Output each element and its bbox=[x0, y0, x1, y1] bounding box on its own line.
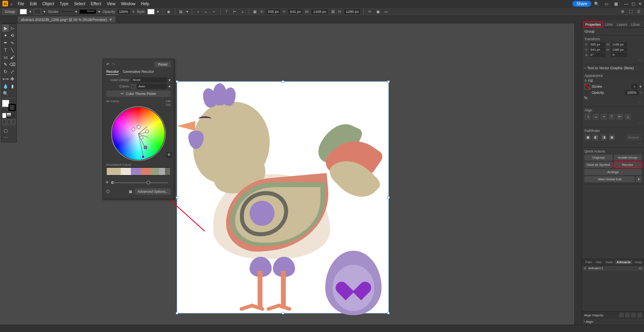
prop-x-input[interactable]: 505 px bbox=[589, 42, 605, 47]
pen-tool[interactable]: ✒ bbox=[2, 39, 9, 46]
curvature-tool[interactable]: ∿ bbox=[9, 39, 16, 46]
qa-arrange-button[interactable]: Arrange bbox=[584, 169, 642, 175]
selection-tool[interactable]: ▶ bbox=[2, 25, 9, 32]
close-icon[interactable]: ✕ bbox=[638, 2, 642, 6]
prominent-swatch[interactable] bbox=[165, 168, 170, 175]
halign-right-icon[interactable]: ⫟ bbox=[211, 9, 217, 14]
pathfinder-more-icon[interactable]: ⋯ bbox=[584, 142, 642, 146]
workspace-icon[interactable]: ▦ bbox=[613, 0, 619, 7]
document-tab[interactable]: abstract-2023235_1280.png* @ 50 % (RGB/P… bbox=[18, 16, 116, 23]
align-more-icon[interactable]: ⋯ bbox=[584, 121, 642, 125]
collapsed-panel-strip[interactable] bbox=[574, 21, 582, 325]
align-section-expand[interactable]: › bbox=[584, 320, 585, 324]
x-input[interactable]: 505 px bbox=[266, 9, 280, 14]
zoom-tool[interactable]: 🔍 bbox=[2, 90, 9, 97]
paintbrush-tool[interactable]: 🖌 bbox=[9, 54, 16, 61]
menu-file[interactable]: File bbox=[15, 1, 27, 7]
align-top-icon[interactable]: ⊤ bbox=[609, 113, 615, 120]
color-handle-active[interactable] bbox=[141, 155, 145, 159]
tab-grap[interactable]: Grap bbox=[633, 260, 644, 264]
prop-y-input[interactable]: 641 px bbox=[589, 47, 605, 52]
prominent-swatch[interactable] bbox=[107, 168, 121, 175]
color-handle[interactable] bbox=[137, 125, 140, 129]
ab-new-icon[interactable] bbox=[631, 313, 636, 318]
stroke-swatch-prop[interactable] bbox=[584, 84, 590, 89]
menu-view[interactable]: View bbox=[104, 1, 118, 7]
valign-middle-icon[interactable]: ⊢ bbox=[232, 9, 237, 14]
appearance-unknown-icon[interactable]: ? bbox=[584, 79, 586, 83]
info-icon[interactable]: ⓘ bbox=[106, 189, 110, 194]
eraser-tool[interactable]: ⌫ bbox=[9, 61, 16, 68]
halign-center-icon[interactable]: ⫠ bbox=[203, 9, 209, 14]
menu-type[interactable]: Type bbox=[57, 1, 71, 7]
redo-icon[interactable]: ↷ bbox=[112, 62, 115, 66]
fill-stroke-control[interactable] bbox=[2, 100, 16, 111]
qa-recolor-button[interactable]: Recolor bbox=[614, 162, 642, 168]
prominent-swatch[interactable] bbox=[141, 168, 151, 175]
pf-intersect-icon[interactable]: ◨ bbox=[601, 134, 607, 140]
isolate-icon[interactable]: ▣ bbox=[375, 9, 381, 14]
menu-object[interactable]: Object bbox=[40, 1, 56, 7]
color-library-select[interactable]: None bbox=[131, 77, 167, 82]
prop-w-input[interactable]: 1168 px bbox=[611, 42, 627, 47]
color-theme-picker-button[interactable]: ✑ Color Theme Picker bbox=[106, 91, 171, 97]
artboard-row[interactable]: 1 Artboard 1 ▭ bbox=[582, 266, 644, 271]
style-swatch[interactable] bbox=[147, 9, 155, 14]
color-mode-none[interactable] bbox=[12, 113, 15, 118]
search-icon[interactable]: 🔍 bbox=[593, 0, 600, 7]
colors-select[interactable]: Auto bbox=[137, 84, 167, 89]
valign-top-icon[interactable]: ⊤ bbox=[224, 9, 229, 14]
tab-generative-recolor[interactable]: Generative Recolor bbox=[123, 70, 154, 75]
prefs-icon[interactable]: ⚙ bbox=[620, 9, 625, 14]
line-tool[interactable]: ╲ bbox=[9, 46, 16, 54]
pf-unite-icon[interactable]: ◼ bbox=[584, 134, 591, 140]
appearance-more-icon[interactable]: ⋯ bbox=[584, 101, 642, 105]
stroke-weight-prop[interactable]: ⟐ bbox=[631, 84, 638, 89]
align-bottom-icon[interactable]: ⊥ bbox=[625, 113, 631, 120]
link-wh-icon[interactable]: ⛓ bbox=[330, 9, 336, 14]
draw-inside[interactable] bbox=[12, 120, 15, 124]
color-mode-solid[interactable] bbox=[2, 113, 6, 118]
artboard-options-icon[interactable]: ▭ bbox=[639, 266, 642, 270]
brightness-slider[interactable]: ☀ ◐ bbox=[106, 180, 171, 185]
mask-icon[interactable]: ▭ bbox=[383, 9, 389, 14]
type-tool[interactable]: T bbox=[2, 46, 9, 54]
ab-delete-icon[interactable] bbox=[637, 313, 642, 318]
align-left-icon[interactable]: ⫞ bbox=[584, 113, 591, 120]
menu-select[interactable]: Select bbox=[72, 1, 88, 7]
menu-window[interactable]: Window bbox=[119, 1, 138, 7]
screen-mode-tool[interactable]: ▢ bbox=[2, 127, 9, 134]
maximize-icon[interactable]: ▢ bbox=[632, 2, 635, 6]
minimize-icon[interactable]: ― bbox=[624, 2, 628, 6]
arrange-docs-icon[interactable]: ▭ bbox=[603, 0, 609, 7]
pf-exclude-icon[interactable]: ▣ bbox=[609, 134, 615, 140]
tab-layers[interactable]: Layers bbox=[615, 22, 629, 27]
recolor-icon[interactable]: ◉ bbox=[166, 9, 171, 14]
tab-artboards[interactable]: Artboards bbox=[615, 260, 632, 264]
colors-swatch[interactable] bbox=[131, 85, 135, 89]
slider-knob[interactable] bbox=[147, 181, 150, 184]
tab-transform[interactable]: Transf bbox=[642, 22, 644, 27]
prominent-colors-bar[interactable] bbox=[106, 167, 171, 175]
prominent-swatch[interactable] bbox=[151, 168, 159, 175]
expand-button[interactable]: Expand bbox=[625, 134, 642, 140]
tab-swat[interactable]: Swat bbox=[604, 260, 614, 264]
free-transform-tool[interactable]: ✥ bbox=[9, 75, 16, 82]
ab-nav-icon[interactable] bbox=[619, 313, 624, 318]
eyedropper-tool[interactable]: 💧 bbox=[2, 82, 9, 90]
h-input[interactable]: 1280 px bbox=[344, 9, 360, 14]
rectangle-tool[interactable]: ▭ bbox=[2, 54, 9, 61]
fx-label[interactable]: fx. bbox=[584, 96, 588, 100]
stroke-color[interactable] bbox=[8, 104, 16, 111]
advanced-options-button[interactable]: Advanced Options... bbox=[135, 188, 171, 195]
transform-origin-icon[interactable]: ▦ bbox=[252, 9, 258, 14]
stroke-swatch[interactable] bbox=[34, 9, 41, 14]
prop-angle-input[interactable]: 0° bbox=[589, 53, 605, 57]
tab-properties[interactable]: Properties bbox=[584, 22, 603, 27]
menu-edit[interactable]: Edit bbox=[27, 1, 39, 7]
more-tools[interactable]: ⋯ bbox=[2, 134, 9, 141]
tab-hist[interactable]: Hist bbox=[594, 260, 603, 264]
prop-flip-input[interactable]: ⤱ bbox=[611, 53, 627, 57]
qa-global-edit-button[interactable]: Start Global Edit bbox=[584, 176, 635, 182]
menu-effect[interactable]: Effect bbox=[89, 1, 103, 7]
